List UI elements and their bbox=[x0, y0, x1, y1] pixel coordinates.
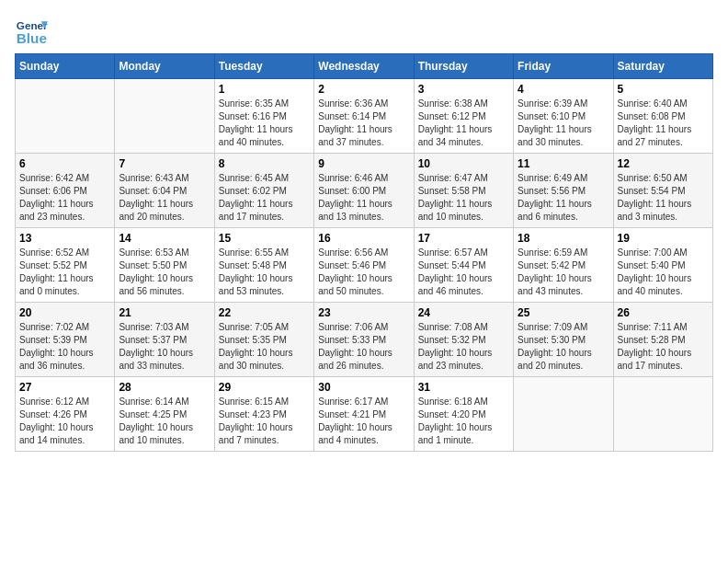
calendar-week: 6Sunrise: 6:42 AM Sunset: 6:06 PM Daylig… bbox=[16, 154, 713, 228]
day-number: 12 bbox=[618, 157, 709, 170]
day-info: Sunrise: 7:09 AM Sunset: 5:30 PM Dayligh… bbox=[518, 321, 609, 373]
calendar-cell bbox=[115, 79, 214, 154]
calendar-week: 20Sunrise: 7:02 AM Sunset: 5:39 PM Dayli… bbox=[16, 303, 713, 377]
day-number: 16 bbox=[318, 232, 409, 245]
calendar-week: 13Sunrise: 6:52 AM Sunset: 5:52 PM Dayli… bbox=[16, 228, 713, 303]
calendar-cell: 1Sunrise: 6:35 AM Sunset: 6:16 PM Daylig… bbox=[214, 79, 313, 154]
calendar-cell: 3Sunrise: 6:38 AM Sunset: 6:12 PM Daylig… bbox=[414, 79, 513, 154]
calendar-cell: 9Sunrise: 6:46 AM Sunset: 6:00 PM Daylig… bbox=[314, 154, 414, 228]
day-info: Sunrise: 6:45 AM Sunset: 6:02 PM Dayligh… bbox=[219, 172, 310, 224]
day-info: Sunrise: 6:46 AM Sunset: 6:00 PM Dayligh… bbox=[318, 172, 409, 224]
calendar-header: SundayMondayTuesdayWednesdayThursdayFrid… bbox=[16, 54, 713, 79]
day-info: Sunrise: 6:56 AM Sunset: 5:46 PM Dayligh… bbox=[318, 247, 409, 298]
day-number: 21 bbox=[119, 306, 210, 319]
day-info: Sunrise: 6:17 AM Sunset: 4:21 PM Dayligh… bbox=[318, 396, 409, 447]
day-info: Sunrise: 6:18 AM Sunset: 4:20 PM Dayligh… bbox=[418, 396, 509, 447]
day-number: 20 bbox=[19, 306, 110, 319]
calendar-cell bbox=[514, 377, 613, 452]
calendar-cell: 17Sunrise: 6:57 AM Sunset: 5:44 PM Dayli… bbox=[414, 228, 513, 303]
day-number: 19 bbox=[618, 232, 709, 245]
day-info: Sunrise: 6:57 AM Sunset: 5:44 PM Dayligh… bbox=[418, 247, 509, 298]
day-number: 31 bbox=[418, 381, 509, 394]
day-number: 10 bbox=[418, 157, 509, 170]
calendar-cell: 22Sunrise: 7:05 AM Sunset: 5:35 PM Dayli… bbox=[214, 303, 313, 377]
calendar-cell: 14Sunrise: 6:53 AM Sunset: 5:50 PM Dayli… bbox=[115, 228, 214, 303]
day-info: Sunrise: 6:15 AM Sunset: 4:23 PM Dayligh… bbox=[219, 396, 310, 447]
calendar-cell: 30Sunrise: 6:17 AM Sunset: 4:21 PM Dayli… bbox=[314, 377, 414, 452]
calendar-cell: 21Sunrise: 7:03 AM Sunset: 5:37 PM Dayli… bbox=[115, 303, 214, 377]
day-number: 28 bbox=[119, 381, 210, 394]
day-info: Sunrise: 6:47 AM Sunset: 5:58 PM Dayligh… bbox=[418, 172, 509, 224]
day-number: 5 bbox=[618, 83, 709, 96]
calendar-cell: 18Sunrise: 6:59 AM Sunset: 5:42 PM Dayli… bbox=[514, 228, 613, 303]
day-number: 3 bbox=[418, 83, 509, 96]
day-number: 9 bbox=[318, 157, 409, 170]
calendar-cell: 24Sunrise: 7:08 AM Sunset: 5:32 PM Dayli… bbox=[414, 303, 513, 377]
calendar-cell: 16Sunrise: 6:56 AM Sunset: 5:46 PM Dayli… bbox=[314, 228, 414, 303]
day-number: 6 bbox=[19, 157, 110, 170]
calendar-cell bbox=[613, 377, 712, 452]
calendar-cell bbox=[16, 79, 115, 154]
day-info: Sunrise: 7:00 AM Sunset: 5:40 PM Dayligh… bbox=[618, 247, 709, 298]
calendar-cell: 31Sunrise: 6:18 AM Sunset: 4:20 PM Dayli… bbox=[414, 377, 513, 452]
calendar-cell: 7Sunrise: 6:43 AM Sunset: 6:04 PM Daylig… bbox=[115, 154, 214, 228]
weekday-header: Tuesday bbox=[214, 54, 313, 79]
day-number: 2 bbox=[318, 83, 409, 96]
calendar-cell: 4Sunrise: 6:39 AM Sunset: 6:10 PM Daylig… bbox=[514, 79, 613, 154]
day-number: 7 bbox=[119, 157, 210, 170]
calendar-cell: 29Sunrise: 6:15 AM Sunset: 4:23 PM Dayli… bbox=[214, 377, 313, 452]
day-info: Sunrise: 6:53 AM Sunset: 5:50 PM Dayligh… bbox=[119, 247, 210, 298]
calendar-cell: 11Sunrise: 6:49 AM Sunset: 5:56 PM Dayli… bbox=[514, 154, 613, 228]
calendar-cell: 10Sunrise: 6:47 AM Sunset: 5:58 PM Dayli… bbox=[414, 154, 513, 228]
calendar-cell: 15Sunrise: 6:55 AM Sunset: 5:48 PM Dayli… bbox=[214, 228, 313, 303]
day-number: 24 bbox=[418, 306, 509, 319]
day-info: Sunrise: 6:35 AM Sunset: 6:16 PM Dayligh… bbox=[219, 98, 310, 149]
day-info: Sunrise: 6:38 AM Sunset: 6:12 PM Dayligh… bbox=[418, 98, 509, 149]
logo: General Blue bbox=[15, 15, 51, 48]
svg-text:Blue: Blue bbox=[17, 30, 47, 46]
day-info: Sunrise: 6:14 AM Sunset: 4:25 PM Dayligh… bbox=[119, 396, 210, 447]
day-number: 1 bbox=[219, 83, 310, 96]
day-number: 15 bbox=[219, 232, 310, 245]
day-number: 8 bbox=[219, 157, 310, 170]
day-info: Sunrise: 7:05 AM Sunset: 5:35 PM Dayligh… bbox=[219, 321, 310, 373]
calendar-cell: 5Sunrise: 6:40 AM Sunset: 6:08 PM Daylig… bbox=[613, 79, 712, 154]
day-number: 26 bbox=[618, 306, 709, 319]
weekday-header: Wednesday bbox=[314, 54, 414, 79]
weekday-header: Thursday bbox=[414, 54, 513, 79]
day-number: 27 bbox=[19, 381, 110, 394]
calendar-week: 1Sunrise: 6:35 AM Sunset: 6:16 PM Daylig… bbox=[16, 79, 713, 154]
calendar-cell: 23Sunrise: 7:06 AM Sunset: 5:33 PM Dayli… bbox=[314, 303, 414, 377]
calendar-cell: 20Sunrise: 7:02 AM Sunset: 5:39 PM Dayli… bbox=[16, 303, 115, 377]
page-header: General Blue bbox=[15, 15, 713, 48]
weekday-header: Monday bbox=[115, 54, 214, 79]
day-info: Sunrise: 6:52 AM Sunset: 5:52 PM Dayligh… bbox=[19, 247, 110, 298]
day-info: Sunrise: 6:43 AM Sunset: 6:04 PM Dayligh… bbox=[119, 172, 210, 224]
calendar-week: 27Sunrise: 6:12 AM Sunset: 4:26 PM Dayli… bbox=[16, 377, 713, 452]
day-info: Sunrise: 7:06 AM Sunset: 5:33 PM Dayligh… bbox=[318, 321, 409, 373]
calendar-cell: 26Sunrise: 7:11 AM Sunset: 5:28 PM Dayli… bbox=[613, 303, 712, 377]
day-info: Sunrise: 6:49 AM Sunset: 5:56 PM Dayligh… bbox=[518, 172, 609, 224]
day-info: Sunrise: 6:42 AM Sunset: 6:06 PM Dayligh… bbox=[19, 172, 110, 224]
calendar-cell: 8Sunrise: 6:45 AM Sunset: 6:02 PM Daylig… bbox=[214, 154, 313, 228]
day-number: 22 bbox=[219, 306, 310, 319]
day-number: 13 bbox=[19, 232, 110, 245]
day-info: Sunrise: 6:55 AM Sunset: 5:48 PM Dayligh… bbox=[219, 247, 310, 298]
logo-icon: General Blue bbox=[15, 15, 48, 48]
day-info: Sunrise: 6:50 AM Sunset: 5:54 PM Dayligh… bbox=[618, 172, 709, 224]
day-info: Sunrise: 6:39 AM Sunset: 6:10 PM Dayligh… bbox=[518, 98, 609, 149]
day-number: 17 bbox=[418, 232, 509, 245]
day-number: 29 bbox=[219, 381, 310, 394]
calendar-cell: 13Sunrise: 6:52 AM Sunset: 5:52 PM Dayli… bbox=[16, 228, 115, 303]
calendar-cell: 6Sunrise: 6:42 AM Sunset: 6:06 PM Daylig… bbox=[16, 154, 115, 228]
weekday-header: Saturday bbox=[613, 54, 712, 79]
day-info: Sunrise: 6:59 AM Sunset: 5:42 PM Dayligh… bbox=[518, 247, 609, 298]
day-info: Sunrise: 6:36 AM Sunset: 6:14 PM Dayligh… bbox=[318, 98, 409, 149]
day-info: Sunrise: 7:08 AM Sunset: 5:32 PM Dayligh… bbox=[418, 321, 509, 373]
day-number: 14 bbox=[119, 232, 210, 245]
calendar-cell: 27Sunrise: 6:12 AM Sunset: 4:26 PM Dayli… bbox=[16, 377, 115, 452]
calendar-cell: 19Sunrise: 7:00 AM Sunset: 5:40 PM Dayli… bbox=[613, 228, 712, 303]
day-info: Sunrise: 7:03 AM Sunset: 5:37 PM Dayligh… bbox=[119, 321, 210, 373]
day-info: Sunrise: 7:02 AM Sunset: 5:39 PM Dayligh… bbox=[19, 321, 110, 373]
day-number: 25 bbox=[518, 306, 609, 319]
